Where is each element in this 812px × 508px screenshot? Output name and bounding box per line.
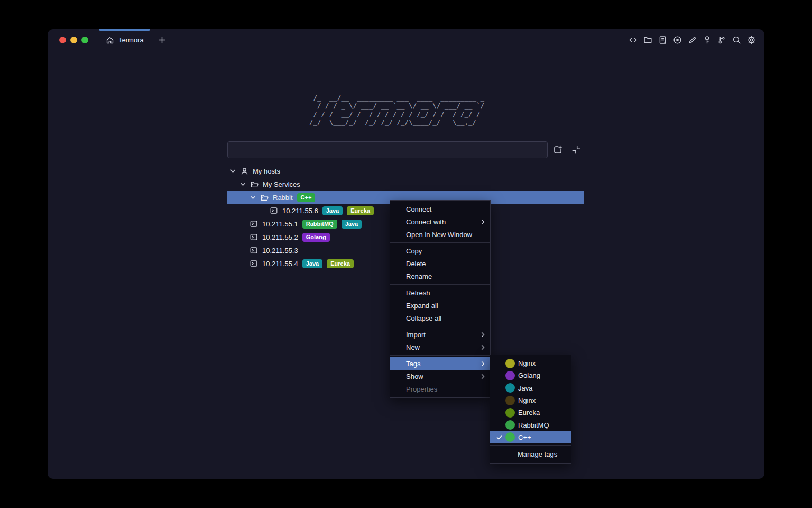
menu-separator — [390, 242, 490, 243]
menu-item-expand-all[interactable]: Expand all — [390, 299, 490, 312]
folder-open-icon — [261, 194, 269, 202]
tag-badge: Java — [322, 206, 343, 215]
submenu-arrow-icon — [481, 219, 485, 225]
tag-item-rabbitmq[interactable]: RabbitMQ — [490, 419, 571, 431]
menu-item-manage-tags[interactable]: Manage tags — [490, 447, 571, 461]
home-icon — [106, 36, 114, 44]
chevron-down-icon[interactable] — [239, 181, 246, 188]
tree-label: 10.211.55.6 — [282, 207, 318, 215]
key-icon[interactable] — [703, 35, 712, 44]
tag-color-dot — [505, 383, 515, 393]
chevron-down-icon[interactable] — [250, 194, 256, 201]
app-window: Termora — [48, 29, 764, 479]
menu-item-connect[interactable]: Connect — [390, 203, 490, 215]
menu-separator — [390, 326, 490, 326]
titlebar: Termora — [48, 29, 764, 51]
submenu-arrow-icon — [481, 361, 485, 367]
menu-item-show[interactable]: Show — [390, 370, 490, 383]
menu-item-tags[interactable]: Tags — [390, 357, 490, 370]
submenu-arrow-icon — [481, 332, 485, 338]
tree-label: 10.211.55.4 — [262, 260, 298, 268]
tree-label: 10.211.55.2 — [262, 233, 298, 241]
close-window-button[interactable] — [59, 37, 66, 43]
context-menu: Connect Connect with Open in New Window … — [390, 200, 491, 398]
minimize-window-button[interactable] — [70, 37, 77, 43]
terminal-icon — [250, 220, 258, 228]
tag-badge: Java — [302, 259, 322, 268]
tag-item-golang[interactable]: Golang — [490, 369, 571, 382]
menu-item-connect-with[interactable]: Connect with — [390, 215, 490, 228]
menu-item-refresh[interactable]: Refresh — [390, 286, 490, 299]
tag-item-cpp[interactable]: C++ — [490, 431, 571, 443]
tag-item-nginx-1[interactable]: Nginx — [490, 357, 571, 369]
submenu-arrow-icon — [481, 374, 485, 379]
add-host-icon[interactable] — [553, 145, 562, 155]
menu-separator — [390, 355, 490, 356]
folder-open-icon — [251, 180, 259, 188]
tree-row-my-services[interactable]: My Services — [227, 178, 584, 191]
tag-color-dot — [505, 420, 515, 430]
code-icon[interactable] — [629, 35, 638, 44]
tag-color-dot — [505, 371, 515, 380]
tag-color-dot — [505, 359, 515, 368]
log-icon[interactable] — [658, 35, 667, 44]
menu-item-copy[interactable]: Copy — [390, 244, 490, 257]
tag-item-java[interactable]: Java — [490, 382, 571, 394]
edit-icon[interactable] — [688, 35, 697, 44]
tree-row-my-hosts[interactable]: My hosts — [227, 165, 584, 178]
tag-badge: Java — [342, 220, 362, 229]
tree-label: 10.211.55.3 — [262, 247, 298, 255]
tree-label: My hosts — [253, 167, 280, 175]
ascii-logo: ______ /_ __/__ _________ ___ ____ _____… — [309, 85, 484, 126]
tags-submenu: Nginx Golang Java Nginx Eureka RabbitMQ — [490, 355, 571, 464]
tag-badge: Golang — [302, 233, 330, 242]
person-icon — [241, 167, 248, 175]
tag-color-dot — [505, 396, 515, 405]
zoom-window-button[interactable] — [81, 37, 88, 43]
tab-termora[interactable]: Termora — [99, 29, 150, 51]
settings-icon[interactable] — [747, 35, 756, 44]
titlebar-actions — [629, 29, 764, 51]
record-icon[interactable] — [673, 35, 682, 44]
tag-color-dot — [505, 432, 515, 442]
tree-label: 10.211.55.1 — [262, 220, 298, 228]
keychain-icon[interactable] — [717, 35, 726, 44]
tag-color-dot — [505, 408, 515, 418]
tab-label: Termora — [118, 36, 144, 44]
menu-separator — [390, 284, 490, 285]
terminal-icon — [250, 233, 258, 241]
menu-item-delete[interactable]: Delete — [390, 257, 490, 270]
folder-icon[interactable] — [643, 35, 652, 44]
search-input[interactable] — [227, 141, 548, 158]
submenu-arrow-icon — [481, 344, 485, 350]
menu-item-rename[interactable]: Rename — [390, 270, 490, 283]
menu-item-properties: Properties — [390, 383, 490, 395]
menu-item-open-in-new-window[interactable]: Open in New Window — [390, 228, 490, 241]
tag-item-eureka[interactable]: Eureka — [490, 406, 571, 419]
menu-item-import[interactable]: Import — [390, 328, 490, 341]
terminal-icon — [250, 247, 258, 255]
new-tab-button[interactable] — [158, 29, 166, 51]
search-side-actions — [553, 141, 581, 158]
tag-badge: Eureka — [347, 206, 374, 215]
chevron-down-icon[interactable] — [229, 168, 236, 175]
search-icon[interactable] — [732, 35, 741, 44]
terminal-icon — [250, 260, 258, 268]
tag-badge: RabbitMQ — [302, 220, 337, 229]
traffic-lights — [48, 29, 99, 51]
menu-separator — [490, 445, 571, 446]
check-icon — [496, 434, 503, 440]
tag-badge: C++ — [297, 193, 316, 202]
terminal-icon — [270, 207, 278, 215]
tag-item-nginx-2[interactable]: Nginx — [490, 394, 571, 406]
tree-label: Rabbit — [273, 194, 293, 202]
menu-item-new[interactable]: New — [390, 341, 490, 353]
collapse-all-icon[interactable] — [571, 145, 581, 155]
tag-badge: Eureka — [327, 259, 354, 268]
tree-label: My Services — [263, 180, 300, 188]
menu-item-collapse-all[interactable]: Collapse all — [390, 312, 490, 324]
